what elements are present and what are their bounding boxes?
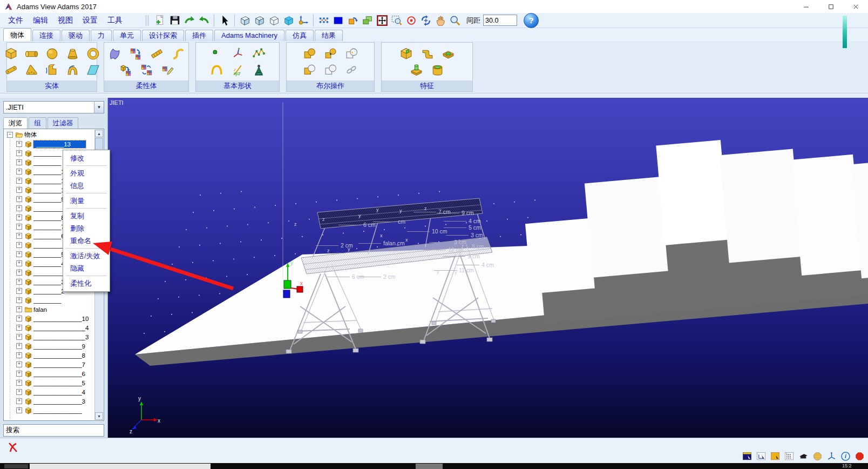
tree-item[interactable]: ______________7: [4, 360, 94, 369]
ribbon-tab-10[interactable]: 结果: [315, 30, 343, 41]
tree-item[interactable]: ________13: [4, 139, 94, 149]
ribbon-tab-1[interactable]: 物体: [3, 28, 31, 41]
flex-beam-button[interactable]: [150, 46, 164, 61]
fill-color-button[interactable]: [331, 14, 345, 28]
move-object-button[interactable]: [345, 14, 360, 28]
view-cube-shaded-button[interactable]: [281, 14, 296, 28]
context-menu-item[interactable]: 测量: [63, 195, 110, 207]
zoom-view-button[interactable]: [447, 14, 462, 28]
expand-icon[interactable]: [16, 251, 22, 257]
expand-icon[interactable]: [16, 288, 22, 294]
plotter-button[interactable]: [798, 451, 809, 461]
expand-icon[interactable]: [16, 242, 22, 248]
context-menu-item[interactable]: 外观: [63, 167, 110, 179]
expand-icon[interactable]: [16, 325, 22, 331]
expand-icon[interactable]: [16, 270, 22, 276]
bool-merge-button[interactable]: [323, 46, 337, 61]
taskbar-app-button[interactable]: [30, 464, 211, 469]
expand-icon[interactable]: [16, 352, 22, 358]
minimize-button[interactable]: [794, 0, 818, 13]
panel-tab-2[interactable]: 组: [29, 117, 46, 129]
render-globe-button[interactable]: [812, 451, 823, 461]
rigid-to-flex-button[interactable]: [129, 46, 143, 61]
pan-view-button[interactable]: [433, 14, 447, 28]
revolution-button[interactable]: [66, 63, 79, 77]
ribbon-tab-6[interactable]: 设计探索: [142, 30, 184, 41]
expand-icon[interactable]: [16, 316, 22, 321]
collapse-icon[interactable]: [7, 132, 13, 138]
view-cube-hidden-button[interactable]: [252, 14, 267, 28]
ribbon-tab-5[interactable]: 单元: [113, 30, 141, 41]
spline-xyz-button[interactable]: xyz: [230, 63, 245, 77]
save-database-button[interactable]: [167, 14, 182, 28]
bool-chain-button[interactable]: [344, 63, 358, 77]
tree-item[interactable]: ______________6: [4, 369, 94, 378]
expand-icon[interactable]: [16, 159, 22, 165]
tree-item[interactable]: _______________3: [4, 332, 94, 341]
expand-icon[interactable]: [16, 141, 22, 147]
viewport-color-button[interactable]: [770, 451, 781, 461]
expand-icon[interactable]: [16, 343, 22, 349]
coordinate-triad-button[interactable]: [826, 451, 837, 461]
marker-button[interactable]: [230, 46, 245, 61]
context-menu-item[interactable]: 修改: [63, 152, 110, 164]
expand-icon[interactable]: [16, 407, 22, 413]
help-button[interactable]: ?: [524, 13, 539, 28]
expand-icon[interactable]: [16, 306, 22, 312]
expand-icon[interactable]: [16, 371, 22, 377]
boss-button[interactable]: [410, 63, 424, 77]
plane-button[interactable]: [86, 63, 100, 77]
ribbon-tab-2[interactable]: 连接: [32, 30, 60, 41]
flex-copy-button[interactable]: [118, 63, 132, 77]
tree-item[interactable]: ______________10: [4, 314, 94, 323]
tree-item[interactable]: _______________4: [4, 323, 94, 332]
tree-item[interactable]: ______________: [4, 406, 94, 415]
viewport-background-button[interactable]: [742, 451, 752, 461]
tree-item[interactable]: ______________4: [4, 387, 94, 397]
context-menu-item[interactable]: 重命名: [63, 234, 110, 247]
hollow-button[interactable]: [431, 63, 445, 77]
maximize-button[interactable]: [818, 0, 843, 13]
toolbar-grip[interactable]: [146, 15, 148, 26]
context-menu-item[interactable]: 隐藏: [63, 262, 110, 274]
bool-cut-button[interactable]: [323, 63, 337, 77]
close-button[interactable]: [843, 0, 868, 13]
expand-icon[interactable]: [16, 169, 22, 175]
expand-icon[interactable]: [16, 398, 22, 404]
construction-cone-button[interactable]: [252, 63, 266, 77]
hole-button[interactable]: [441, 46, 455, 61]
tree-item[interactable]: ________: [4, 296, 94, 305]
3d-viewport[interactable]: y x y x z 7 cm9 cm4 cm5 cmcm3 cm10 cm6 c…: [108, 98, 868, 438]
menu-item-4[interactable]: 设置: [78, 16, 103, 25]
rotate-view-button[interactable]: [418, 14, 433, 28]
ribbon-tab-9[interactable]: 仿真: [286, 30, 314, 41]
context-menu-item[interactable]: 信息: [63, 179, 110, 192]
scroll-down-icon[interactable]: [95, 412, 103, 420]
group-select-button[interactable]: [360, 14, 375, 28]
panel-tab-3[interactable]: 过滤器: [48, 117, 79, 129]
tree-item[interactable]: ______________9: [4, 341, 94, 351]
fillet-button[interactable]: [420, 46, 434, 61]
expand-icon[interactable]: [16, 205, 22, 211]
flex-swap-button[interactable]: [139, 63, 153, 77]
plate-button[interactable]: [25, 63, 38, 77]
expand-icon[interactable]: [16, 178, 22, 184]
context-menu-item[interactable]: 柔性化: [63, 277, 110, 290]
bool-intersect-button[interactable]: [344, 46, 358, 61]
torus-button[interactable]: [86, 46, 100, 61]
bool-union-button[interactable]: [302, 46, 316, 61]
expand-icon[interactable]: [16, 334, 22, 340]
menu-item-2[interactable]: 编辑: [28, 16, 53, 25]
context-menu-item[interactable]: 删除: [63, 222, 110, 234]
position-axes-button[interactable]: [296, 14, 310, 28]
scroll-up-icon[interactable]: [95, 130, 103, 137]
taskbar-item[interactable]: [416, 464, 443, 469]
model-selector-dropdown-icon[interactable]: [94, 102, 104, 113]
fit-view-button[interactable]: [375, 14, 389, 28]
model-selector-input[interactable]: [4, 102, 94, 113]
new-model-button[interactable]: [153, 14, 167, 28]
working-grid-button[interactable]: [756, 451, 767, 461]
menu-item-3[interactable]: 视图: [53, 16, 78, 25]
ribbon-tab-8[interactable]: Adams Machinery: [214, 30, 284, 41]
taskbar-start-button[interactable]: [4, 464, 28, 468]
